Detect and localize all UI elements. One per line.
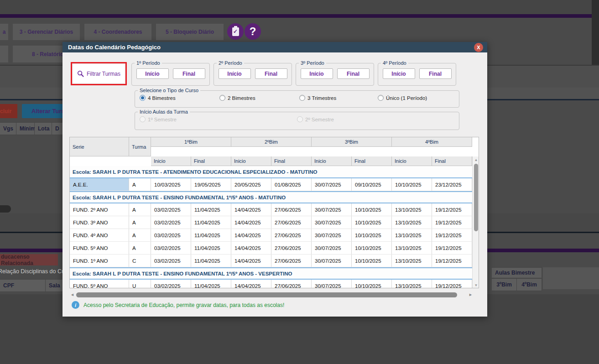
tipo-curso-option-radio-4[interactable] xyxy=(378,95,384,101)
cell-date[interactable]: 11/04/2025 xyxy=(191,242,231,254)
cell-date[interactable]: 03/02/2025 xyxy=(151,242,191,254)
cell-turma[interactable]: A xyxy=(129,216,151,229)
cell-date[interactable]: 27/06/2025 xyxy=(271,216,312,229)
vertical-scroll-thumb[interactable] xyxy=(474,164,478,231)
cell-date[interactable]: 27/06/2025 xyxy=(271,242,312,254)
cell-date[interactable]: 10/10/2025 xyxy=(392,178,432,191)
cell-date[interactable]: 27/06/2025 xyxy=(271,203,312,216)
cell-date[interactable]: 14/04/2025 xyxy=(231,216,271,229)
cell-serie[interactable]: FUND. 3º ANO xyxy=(70,216,129,229)
periodo-1-final-button[interactable]: Final xyxy=(173,68,205,79)
cell-date[interactable]: 19/12/2025 xyxy=(432,242,472,254)
cell-date[interactable]: 03/02/2025 xyxy=(151,280,191,288)
vertical-scrollbar[interactable]: ▲ ▼ xyxy=(472,156,479,288)
tipo-curso-option-radio-2[interactable] xyxy=(219,95,225,101)
table-row[interactable]: FUND. 3º ANOA03/02/202511/04/202514/04/2… xyxy=(70,216,472,229)
cell-date[interactable]: 30/07/2025 xyxy=(312,216,352,229)
cell-serie[interactable]: FUND. 4º ANO xyxy=(70,229,129,241)
tab-partial-left-2[interactable] xyxy=(0,46,8,62)
table-row[interactable]: FUND. 1º ANOC03/02/202511/04/202514/04/2… xyxy=(70,255,472,267)
cell-date[interactable]: 19/05/2025 xyxy=(191,178,231,191)
cell-date[interactable]: 19/12/2025 xyxy=(432,216,472,229)
tipo-curso-option-radio-1[interactable] xyxy=(140,95,146,101)
educacenso-button-partial[interactable]: ducacenso Relacionada xyxy=(0,254,58,265)
tab-bloqueio-diario[interactable]: 5 - Bloqueio Diário xyxy=(156,24,224,40)
table-row[interactable]: FUND. 2º ANOA03/02/202511/04/202514/04/2… xyxy=(70,203,472,216)
table-row[interactable]: FUND. 5º ANOA03/02/202511/04/202514/04/2… xyxy=(70,242,472,255)
scroll-right-icon[interactable]: ► xyxy=(469,292,473,297)
tipo-curso-option-radio-3[interactable] xyxy=(299,95,305,101)
cell-turma[interactable]: U xyxy=(129,280,151,288)
cell-date[interactable]: 30/07/2025 xyxy=(312,255,352,267)
cell-date[interactable]: 03/02/2025 xyxy=(151,216,191,229)
cell-serie[interactable]: FUND. 5º ANO xyxy=(70,280,129,288)
cell-date[interactable]: 01/08/2025 xyxy=(271,178,312,191)
bg-scrollbar-thumb[interactable] xyxy=(0,205,11,213)
cell-date[interactable]: 11/04/2025 xyxy=(191,216,231,229)
scroll-left-icon[interactable]: ◄ xyxy=(70,292,74,297)
horizontal-scrollbar[interactable]: ◄ ► xyxy=(69,291,479,298)
cell-date[interactable]: 11/04/2025 xyxy=(191,280,231,288)
cell-date[interactable]: 30/07/2025 xyxy=(312,280,352,288)
cell-date[interactable]: 14/04/2025 xyxy=(231,280,271,288)
cell-date[interactable]: 13/10/2025 xyxy=(392,280,432,288)
cell-serie[interactable]: FUND. 5º ANO xyxy=(70,242,129,254)
cell-turma[interactable]: A xyxy=(129,229,151,241)
tipo-curso-option-1[interactable]: 4 Bimestres xyxy=(140,95,176,101)
tipo-curso-option-3[interactable]: 3 Trimestres xyxy=(299,95,336,101)
cell-date[interactable]: 03/02/2025 xyxy=(151,255,191,267)
cell-date[interactable]: 30/07/2025 xyxy=(312,203,352,216)
cell-date[interactable]: 30/07/2025 xyxy=(312,178,352,191)
cell-date[interactable]: 30/07/2025 xyxy=(312,229,352,241)
tipo-curso-option-2[interactable]: 2 Bimestres xyxy=(219,95,255,101)
cell-date[interactable]: 13/10/2025 xyxy=(392,229,432,241)
scroll-down-icon[interactable]: ▼ xyxy=(473,282,479,288)
periodo-3-final-button[interactable]: Final xyxy=(337,68,370,79)
tipo-curso-option-4[interactable]: Único (1 Período) xyxy=(378,95,427,101)
cell-date[interactable]: 13/10/2025 xyxy=(392,203,432,216)
cell-date[interactable]: 10/10/2025 xyxy=(352,242,392,254)
close-icon[interactable]: X xyxy=(474,43,483,52)
cell-date[interactable]: 11/04/2025 xyxy=(191,203,231,216)
cell-date[interactable]: 03/02/2025 xyxy=(151,229,191,241)
cell-turma[interactable]: C xyxy=(129,255,151,267)
cell-serie[interactable]: A.E.E. xyxy=(70,178,129,191)
cell-date[interactable]: 30/07/2025 xyxy=(312,242,352,254)
cell-turma[interactable]: A xyxy=(129,203,151,216)
tab-partial-left[interactable]: a xyxy=(0,24,8,40)
scroll-up-icon[interactable]: ▲ xyxy=(473,157,479,163)
periodo-2-final-button[interactable]: Final xyxy=(255,68,287,79)
cell-serie[interactable]: FUND. 1º ANO xyxy=(70,255,129,267)
cell-date[interactable]: 10/10/2025 xyxy=(352,203,392,216)
periodo-4-inicio-button[interactable]: Início xyxy=(383,68,415,79)
cell-date[interactable]: 10/10/2025 xyxy=(352,216,392,229)
cell-date[interactable]: 14/04/2025 xyxy=(231,242,271,254)
cell-date[interactable]: 10/10/2025 xyxy=(352,255,392,267)
cell-date[interactable]: 19/12/2025 xyxy=(432,280,472,288)
cell-date[interactable]: 11/04/2025 xyxy=(191,229,231,241)
horizontal-scroll-thumb[interactable] xyxy=(76,292,457,297)
cell-date[interactable]: 09/10/2025 xyxy=(352,178,392,191)
cell-date[interactable]: 14/04/2025 xyxy=(231,255,271,267)
tab-gerenciar-diarios[interactable]: 3 - Gerenciar Diários xyxy=(13,24,80,40)
cell-date[interactable]: 10/10/2025 xyxy=(352,280,392,288)
cell-date[interactable]: 27/06/2025 xyxy=(271,229,312,241)
cell-serie[interactable]: FUND. 2º ANO xyxy=(70,203,129,216)
cell-date[interactable]: 19/12/2025 xyxy=(432,229,472,241)
cell-turma[interactable]: A xyxy=(129,178,151,191)
cell-date[interactable]: 03/02/2025 xyxy=(151,203,191,216)
cell-date[interactable]: 19/12/2025 xyxy=(432,255,472,267)
cell-date[interactable]: 27/06/2025 xyxy=(271,280,312,288)
cell-date[interactable]: 13/10/2025 xyxy=(392,216,432,229)
clipboard-check-icon[interactable]: ✓ xyxy=(227,23,244,40)
periodo-4-final-button[interactable]: Final xyxy=(419,68,452,79)
cell-date[interactable]: 11/04/2025 xyxy=(191,255,231,267)
table-row[interactable]: A.E.E.A10/03/202519/05/202520/05/202501/… xyxy=(70,178,472,191)
help-icon[interactable]: ? xyxy=(245,23,261,40)
table-row[interactable]: FUND. 4º ANOA03/02/202511/04/202514/04/2… xyxy=(70,229,472,242)
table-row[interactable]: FUND. 5º ANOU03/02/202511/04/202514/04/2… xyxy=(70,280,472,288)
cell-date[interactable]: 13/10/2025 xyxy=(392,255,432,267)
cell-date[interactable]: 27/06/2025 xyxy=(271,255,312,267)
cell-date[interactable]: 19/12/2025 xyxy=(432,203,472,216)
cell-date[interactable]: 23/12/2025 xyxy=(432,178,472,191)
